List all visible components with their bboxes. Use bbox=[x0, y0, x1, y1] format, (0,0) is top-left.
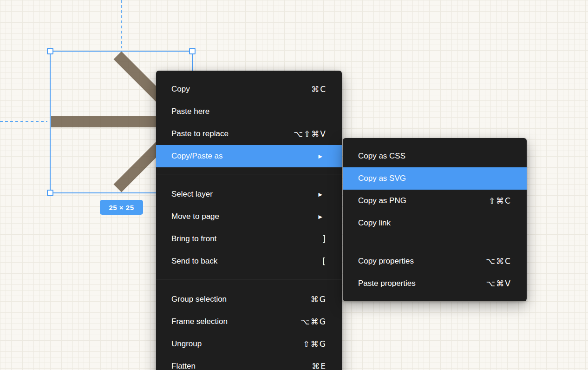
menu-divider bbox=[343, 241, 527, 241]
menu-item-paste-properties[interactable]: Paste properties ⌥⌘V bbox=[343, 272, 527, 295]
menu-item-label: Select layer bbox=[171, 190, 319, 199]
menu-item-label: Copy/Paste as bbox=[171, 152, 319, 161]
selection-handle-bottom-left[interactable] bbox=[47, 190, 53, 196]
menu-item-copy-as-png[interactable]: Copy as PNG ⇧⌘C bbox=[343, 190, 527, 212]
menu-item-label: Move to page bbox=[171, 212, 319, 221]
menu-item-label: Paste to replace bbox=[171, 129, 294, 139]
selection-handle-top-left[interactable] bbox=[47, 48, 53, 54]
selection-handle-top-right[interactable] bbox=[189, 48, 196, 54]
design-canvas[interactable]: { "canvas": { "size_badge": "25 × 25", "… bbox=[0, 0, 588, 370]
menu-divider bbox=[156, 174, 342, 174]
menu-item-flatten[interactable]: Flatten ⌘E bbox=[156, 355, 342, 370]
submenu-arrow-icon: ▶ bbox=[319, 192, 322, 197]
menu-item-label: Flatten bbox=[171, 362, 312, 370]
horizontal-alignment-guide bbox=[0, 121, 47, 122]
submenu-arrow-icon: ▶ bbox=[319, 154, 322, 159]
menu-item-shortcut: ⌘E bbox=[312, 362, 327, 370]
size-badge: 25 × 25 bbox=[100, 200, 143, 215]
menu-item-label: Copy as PNG bbox=[358, 196, 489, 205]
menu-item-send-to-back[interactable]: Send to back [ bbox=[156, 250, 342, 272]
menu-item-label: Paste here bbox=[171, 107, 327, 116]
menu-item-shortcut: ⌥⌘C bbox=[486, 257, 511, 266]
menu-item-label: Copy properties bbox=[358, 257, 486, 266]
menu-item-label: Copy bbox=[171, 85, 311, 94]
menu-item-shortcut: [ bbox=[322, 257, 327, 266]
menu-item-shortcut: ⌥⌘G bbox=[301, 317, 327, 326]
menu-item-label: Frame selection bbox=[171, 317, 301, 326]
menu-item-label: Group selection bbox=[171, 295, 311, 304]
menu-item-select-layer[interactable]: Select layer ▶ bbox=[156, 183, 342, 205]
menu-item-frame-selection[interactable]: Frame selection ⌥⌘G bbox=[156, 311, 342, 333]
menu-item-ungroup[interactable]: Ungroup ⇧⌘G bbox=[156, 333, 342, 355]
copy-paste-as-submenu: Copy as CSS Copy as SVG Copy as PNG ⇧⌘C … bbox=[343, 138, 527, 301]
menu-item-label: Send to back bbox=[171, 257, 322, 266]
context-menu: Copy ⌘C Paste here Paste to replace ⌥⇧⌘V… bbox=[156, 71, 342, 370]
menu-item-copy-properties[interactable]: Copy properties ⌥⌘C bbox=[343, 250, 527, 272]
menu-item-copy-as-svg[interactable]: Copy as SVG bbox=[343, 167, 527, 190]
menu-item-label: Paste properties bbox=[358, 279, 486, 288]
menu-item-paste-here[interactable]: Paste here bbox=[156, 100, 342, 123]
menu-item-label: Ungroup bbox=[171, 339, 303, 349]
menu-item-copy-as-css[interactable]: Copy as CSS bbox=[343, 145, 527, 167]
menu-item-copy[interactable]: Copy ⌘C bbox=[156, 78, 342, 100]
vertical-alignment-guide bbox=[121, 0, 122, 48]
menu-item-shortcut: ⌥⌘V bbox=[486, 279, 511, 288]
menu-item-group-selection[interactable]: Group selection ⌘G bbox=[156, 288, 342, 311]
menu-item-copy-paste-as[interactable]: Copy/Paste as ▶ bbox=[156, 145, 342, 167]
menu-item-shortcut: ] bbox=[322, 234, 327, 244]
menu-item-shortcut: ⌘C bbox=[311, 85, 327, 94]
menu-item-paste-to-replace[interactable]: Paste to replace ⌥⇧⌘V bbox=[156, 123, 342, 145]
menu-item-shortcut: ⌘G bbox=[311, 295, 327, 304]
menu-item-shortcut: ⌥⇧⌘V bbox=[294, 129, 327, 139]
submenu-arrow-icon: ▶ bbox=[319, 214, 322, 219]
menu-divider bbox=[156, 279, 342, 279]
menu-item-bring-to-front[interactable]: Bring to front ] bbox=[156, 228, 342, 250]
menu-item-label: Copy as SVG bbox=[358, 174, 511, 183]
menu-item-label: Bring to front bbox=[171, 234, 322, 244]
menu-item-shortcut: ⇧⌘C bbox=[489, 196, 511, 205]
menu-item-shortcut: ⇧⌘G bbox=[303, 339, 327, 349]
menu-item-label: Copy as CSS bbox=[358, 152, 511, 161]
menu-item-copy-link[interactable]: Copy link bbox=[343, 212, 527, 234]
size-badge-label: 25 × 25 bbox=[109, 204, 134, 211]
menu-item-label: Copy link bbox=[358, 218, 511, 228]
menu-item-move-to-page[interactable]: Move to page ▶ bbox=[156, 205, 342, 228]
